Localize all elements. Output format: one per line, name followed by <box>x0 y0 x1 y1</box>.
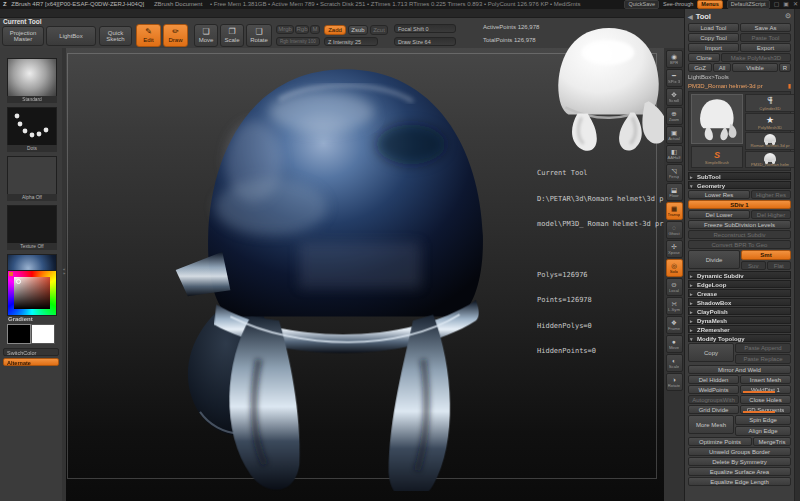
right-shelf-button[interactable]: ⊙ Local <box>666 278 683 296</box>
divide-button[interactable]: Divide <box>688 250 740 269</box>
right-shelf-button[interactable]: ◎ Solo <box>666 259 683 277</box>
clone-button[interactable]: Clone <box>688 53 720 62</box>
lightbox-button[interactable]: LightBox <box>46 26 96 46</box>
copy-button[interactable]: Copy <box>688 343 734 362</box>
lower-res-button[interactable]: Lower Res <box>688 190 750 199</box>
see-through-slider[interactable]: See-through <box>663 0 693 9</box>
equalize-surface-area-button[interactable]: Equalize Surface Area <box>688 467 791 476</box>
shadowbox-section-header[interactable]: ShadowBox <box>688 298 791 306</box>
insert-mesh-button[interactable]: Insert Mesh <box>740 375 791 384</box>
main-color-swatch[interactable] <box>7 324 31 344</box>
window-close-icon[interactable]: ✕ <box>793 0 798 9</box>
sdiv-slider[interactable]: SDiv 1 <box>688 200 791 209</box>
zcut-toggle[interactable]: Zcut <box>370 25 388 35</box>
goz-button[interactable]: GoZ <box>688 63 712 72</box>
weld-dist-slider[interactable]: WeldDist 1 <box>740 385 791 394</box>
move-button[interactable]: ❏ Move <box>194 24 218 47</box>
export-button[interactable]: Export <box>740 43 791 52</box>
grid-divide-button[interactable]: Grid Divide <box>688 405 739 414</box>
merge-tris-button[interactable]: MergeTris <box>753 437 791 446</box>
right-shelf-button[interactable]: ⬓ Floor <box>666 183 683 201</box>
mirror-and-weld-button[interactable]: Mirror And Weld <box>688 365 791 374</box>
subtool-section-header[interactable]: SubTool <box>688 172 791 180</box>
current-stroke-thumbnail[interactable] <box>7 107 57 147</box>
unweld-groups-border-button[interactable]: Unweld Groups Border <box>688 447 791 456</box>
zadd-toggle[interactable]: Zadd <box>324 25 346 35</box>
tool-item-cylinder3d[interactable]: ⸿ Cylinder3D <box>745 94 794 112</box>
right-shelf-button[interactable]: ❖ Frame <box>666 316 683 334</box>
quicksave-button[interactable]: QuickSave <box>624 0 659 9</box>
current-tool-thumbnail[interactable] <box>691 94 743 144</box>
current-brush-thumbnail[interactable] <box>7 58 57 98</box>
right-tray-divider[interactable] <box>794 9 800 501</box>
suv-toggle[interactable]: Suv <box>741 261 766 270</box>
document-canvas[interactable]: Current Tool D:\PETAR\3d\Romans helmet\3… <box>62 48 664 501</box>
color-picker[interactable] <box>7 270 57 316</box>
draw-size-slider[interactable]: Draw Size 64 <box>394 37 456 46</box>
roman-helmet-model[interactable] <box>155 55 535 491</box>
save-as-button[interactable]: Save As <box>740 23 791 32</box>
make-polymesh3d-button[interactable]: Make PolyMesh3D <box>721 53 791 62</box>
projection-master-button[interactable]: Projection Master <box>2 26 44 46</box>
crease-section-header[interactable]: Crease <box>688 289 791 297</box>
collapse-arrow-icon[interactable]: ◀ <box>688 13 693 20</box>
weld-points-button[interactable]: WeldPoints <box>688 385 739 394</box>
goz-visible-button[interactable]: Visible <box>732 63 778 72</box>
import-button[interactable]: Import <box>688 43 739 52</box>
tool-item-roman-helmet[interactable]: Roman helmet-3d pr <box>745 132 794 150</box>
gear-icon[interactable]: ⊙ <box>785 12 791 20</box>
dynamic-subdiv-section-header[interactable]: Dynamic Subdiv <box>688 271 791 279</box>
window-maximize-icon[interactable]: ▣ <box>783 0 789 9</box>
flat-toggle[interactable]: Flat <box>767 261 792 270</box>
tool-item-pm3d-helmet[interactable]: PM3D_Roman helm <box>745 151 794 168</box>
right-shelf-button[interactable]: ● Move <box>666 335 683 353</box>
quick-sketch-button[interactable]: Quick Sketch <box>99 26 132 46</box>
right-shelf-button[interactable]: ◹ Persp <box>666 164 683 182</box>
current-alpha-thumbnail[interactable] <box>7 156 57 196</box>
right-shelf-button[interactable]: ✢ Xpose <box>666 240 683 258</box>
optimize-points-button[interactable]: Optimize Points <box>688 437 752 446</box>
claypolish-section-header[interactable]: ClayPolish <box>688 307 791 315</box>
delete-by-symmetry-button[interactable]: Delete By Symmetry <box>688 457 791 466</box>
del-hidden-button[interactable]: Del Hidden <box>688 375 739 384</box>
gd-segments-slider[interactable]: GD Segments <box>740 405 791 414</box>
goz-r-button[interactable]: R <box>779 63 791 72</box>
right-shelf-button[interactable]: ◧ AAHalf <box>666 145 683 163</box>
switch-color-button[interactable]: SwitchColor <box>3 348 59 356</box>
draw-button[interactable]: ✏ Draw <box>163 24 188 47</box>
z-intensity-slider[interactable]: Z Intensity 25 <box>324 37 378 46</box>
tool-palette-header[interactable]: ◀ Tool ⊙ <box>688 11 791 21</box>
load-tool-button[interactable]: Load Tool <box>688 23 739 32</box>
goz-all-button[interactable]: All <box>713 63 731 72</box>
right-shelf-button[interactable]: ✥ Scroll <box>666 88 683 106</box>
align-edge-button[interactable]: Align Edge <box>735 426 791 436</box>
right-shelf-button[interactable]: ◐ Scale <box>666 354 683 372</box>
m-toggle[interactable]: M <box>310 25 320 34</box>
more-mesh-button[interactable]: More Mesh <box>688 415 734 434</box>
right-shelf-button[interactable]: ━ SPix 3 <box>666 69 683 87</box>
close-holes-button[interactable]: Close Holes <box>740 395 791 404</box>
current-texture-thumbnail[interactable] <box>7 205 57 245</box>
mrgb-toggle[interactable]: Mrgb <box>276 25 294 34</box>
tool-item-polymesh3d[interactable]: ★ PolyMesh3D <box>745 113 794 131</box>
right-shelf-button[interactable]: ∺ L.Sym <box>666 297 683 315</box>
zremesher-section-header[interactable]: ZRemesher <box>688 325 791 333</box>
smt-toggle[interactable]: Smt <box>741 250 791 260</box>
modify-topology-section-header[interactable]: Modify Topology <box>688 334 791 342</box>
left-tray-divider[interactable]: «» <box>62 48 66 501</box>
secondary-color-swatch[interactable] <box>31 324 55 344</box>
window-restore-icon[interactable]: ▢ <box>774 0 780 9</box>
dynamesh-section-header[interactable]: DynaMesh <box>688 316 791 324</box>
right-shelf-button[interactable]: ▦ Transp <box>666 202 683 220</box>
freeze-subdivision-button[interactable]: Freeze SubDivision Levels <box>688 220 791 229</box>
tool-item-simplebrush[interactable]: S SimpleBrush <box>691 146 743 168</box>
copy-tool-button[interactable]: Copy Tool <box>688 33 739 42</box>
right-shelf-button[interactable]: ◌ Ghost <box>666 221 683 239</box>
rgb-intensity-slider[interactable]: Rgb Intensity 100 <box>276 37 320 46</box>
rgb-toggle[interactable]: Rgb <box>295 25 309 34</box>
zsub-toggle[interactable]: Zsub <box>348 25 368 35</box>
default-zscript-button[interactable]: DefaultZScript <box>727 0 770 9</box>
alternate-button[interactable]: Alternate <box>3 358 59 366</box>
right-shelf-button[interactable]: ▣ Actual <box>666 126 683 144</box>
rotate-button[interactable]: ❑ Rotate <box>246 24 272 47</box>
